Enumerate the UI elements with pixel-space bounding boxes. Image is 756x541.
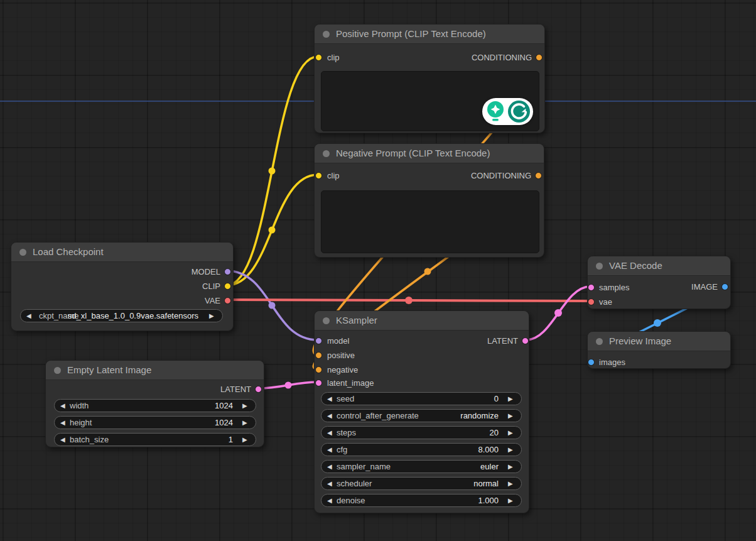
input-port-images[interactable] (588, 359, 595, 366)
input-port-label: positive (327, 351, 355, 360)
widget-ckpt-name[interactable]: ◀ ckpt_name sd_xl_base_1.0_0.9vae.safete… (20, 309, 223, 322)
widget-scheduler[interactable]: ◀ scheduler normal ▶ (321, 477, 522, 490)
increment-arrow-icon[interactable]: ▶ (508, 464, 516, 470)
input-port-samples[interactable] (588, 284, 595, 291)
widget-label: batch_size (70, 435, 109, 444)
collapse-dot-icon[interactable] (596, 263, 603, 270)
node-graph-canvas[interactable]: Positive Prompt (CLIP Text Encode) clip … (0, 0, 756, 541)
decrement-arrow-icon[interactable]: ◀ (60, 437, 68, 443)
input-port-label: images (599, 358, 625, 367)
widget-label: seed (337, 394, 354, 403)
prompt-text-area[interactable] (321, 190, 539, 253)
node-positive-prompt[interactable]: Positive Prompt (CLIP Text Encode) clip … (314, 24, 545, 133)
output-port-label: VAE (205, 296, 220, 305)
node-titlebar[interactable]: Empty Latent Image (46, 361, 264, 380)
widget-label: height (70, 418, 92, 427)
node-preview-image[interactable]: Preview Image images (587, 331, 731, 369)
output-port-conditioning[interactable] (536, 54, 543, 61)
output-port-latent[interactable] (255, 386, 262, 393)
collapse-dot-icon[interactable] (19, 249, 26, 256)
input-port-vae[interactable] (588, 298, 595, 305)
input-port-label: clip (327, 171, 340, 180)
increment-arrow-icon[interactable]: ▶ (508, 481, 516, 487)
wire-midpoint-dot (269, 168, 276, 175)
widget-label: steps (337, 428, 356, 437)
wire-midpoint-dot (554, 309, 562, 317)
increment-arrow-icon[interactable]: ▶ (209, 313, 217, 319)
collapse-dot-icon[interactable] (323, 31, 330, 38)
collapse-dot-icon[interactable] (323, 150, 330, 157)
decrement-arrow-icon[interactable]: ◀ (327, 498, 335, 504)
grammarly-widget[interactable] (482, 98, 533, 125)
widget-batch-size[interactable]: ◀ batch_size 1 ▶ (54, 433, 256, 446)
increment-arrow-icon[interactable]: ▶ (508, 430, 516, 436)
decrement-arrow-icon[interactable]: ◀ (327, 430, 335, 436)
input-port-label: clip (327, 53, 340, 62)
input-port-positive[interactable] (315, 352, 322, 359)
decrement-arrow-icon[interactable]: ◀ (60, 403, 68, 409)
output-port-label: CONDITIONING (471, 171, 531, 180)
wire-midpoint-dot (269, 302, 276, 309)
increment-arrow-icon[interactable]: ▶ (508, 396, 516, 402)
increment-arrow-icon[interactable]: ▶ (508, 447, 516, 453)
increment-arrow-icon[interactable]: ▶ (508, 413, 516, 419)
increment-arrow-icon[interactable]: ▶ (242, 403, 250, 409)
widget-value: 1024 (215, 418, 233, 427)
node-empty-latent-image[interactable]: Empty Latent Image LATENT ◀ width 1024 ▶… (45, 360, 264, 447)
collapse-dot-icon[interactable] (54, 367, 61, 374)
output-port-label: LATENT (220, 385, 251, 394)
increment-arrow-icon[interactable]: ▶ (508, 498, 516, 504)
decrement-arrow-icon[interactable]: ◀ (327, 481, 335, 487)
input-port-clip[interactable] (315, 54, 322, 61)
input-port-negative[interactable] (315, 366, 322, 373)
output-port-vae[interactable] (224, 297, 231, 304)
widget-value: 1024 (215, 401, 233, 410)
output-port-clip[interactable] (224, 283, 231, 290)
output-port-image[interactable] (721, 283, 728, 290)
node-titlebar[interactable]: Preview Image (588, 332, 730, 351)
output-port-label: CLIP (202, 281, 220, 291)
input-port-clip[interactable] (315, 172, 322, 179)
widget-cfg[interactable]: ◀ cfg 8.000 ▶ (321, 443, 522, 456)
node-ksampler[interactable]: KSampler model positive negative latent_… (314, 310, 529, 513)
node-vae-decode[interactable]: VAE Decode samples vae IMAGE (587, 256, 731, 309)
input-port-model[interactable] (315, 337, 322, 344)
decrement-arrow-icon[interactable]: ◀ (26, 313, 34, 319)
output-port-conditioning[interactable] (535, 172, 542, 179)
node-title: Negative Prompt (CLIP Text Encode) (336, 144, 490, 163)
widget-value: euler (480, 462, 499, 471)
node-titlebar[interactable]: KSampler (315, 311, 529, 331)
collapse-dot-icon[interactable] (596, 338, 603, 345)
decrement-arrow-icon[interactable]: ◀ (60, 420, 68, 426)
decrement-arrow-icon[interactable]: ◀ (327, 447, 335, 453)
node-titlebar[interactable]: VAE Decode (588, 256, 730, 276)
increment-arrow-icon[interactable]: ▶ (242, 420, 250, 426)
widget-denoise[interactable]: ◀ denoise 1.000 ▶ (321, 494, 522, 507)
node-load-checkpoint[interactable]: Load Checkpoint MODEL CLIP VAE ◀ ckpt_na… (11, 242, 234, 331)
increment-arrow-icon[interactable]: ▶ (242, 437, 250, 443)
widget-seed[interactable]: ◀ seed 0 ▶ (321, 392, 522, 405)
node-title: Empty Latent Image (67, 361, 151, 380)
widget-width[interactable]: ◀ width 1024 ▶ (54, 399, 256, 412)
widget-steps[interactable]: ◀ steps 20 ▶ (321, 426, 522, 439)
node-titlebar[interactable]: Load Checkpoint (11, 243, 233, 262)
collapse-dot-icon[interactable] (323, 317, 330, 324)
grammarly-logo-icon[interactable] (507, 100, 531, 123)
input-port-latent-image[interactable] (315, 380, 322, 386)
input-port-label: negative (327, 365, 358, 374)
widget-label: sampler_name (337, 462, 391, 471)
node-negative-prompt[interactable]: Negative Prompt (CLIP Text Encode) clip … (314, 143, 544, 258)
node-titlebar[interactable]: Positive Prompt (CLIP Text Encode) (315, 25, 544, 44)
widget-sampler-name[interactable]: ◀ sampler_name euler ▶ (321, 460, 522, 473)
node-titlebar[interactable]: Negative Prompt (CLIP Text Encode) (315, 144, 544, 163)
decrement-arrow-icon[interactable]: ◀ (327, 464, 335, 470)
output-port-model[interactable] (224, 268, 231, 275)
widget-label: denoise (337, 496, 365, 505)
wire-midpoint-dot (424, 268, 431, 275)
decrement-arrow-icon[interactable]: ◀ (327, 396, 335, 402)
grammarly-suggestions-icon[interactable] (485, 100, 505, 123)
widget-height[interactable]: ◀ height 1024 ▶ (54, 416, 256, 429)
decrement-arrow-icon[interactable]: ◀ (327, 413, 335, 419)
output-port-latent[interactable] (522, 337, 529, 344)
widget-control-after-generate[interactable]: ◀ control_after_generate randomize ▶ (321, 409, 522, 422)
